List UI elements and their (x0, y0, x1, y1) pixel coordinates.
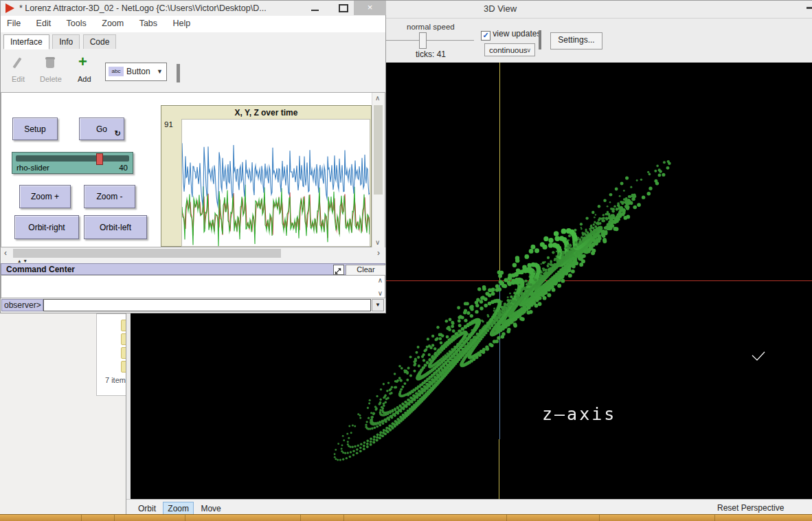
slider-value: 40 (119, 164, 128, 172)
close-icon[interactable]: × (354, 1, 386, 15)
plot-area (181, 119, 370, 247)
toolbar-separator (539, 30, 541, 49)
orbit-right-button[interactable]: Orbit-right (14, 215, 79, 239)
menu-tools[interactable]: Tools (60, 16, 93, 28)
taskbar-divider (343, 515, 344, 521)
scroll-up-icon[interactable]: ∧ (375, 94, 380, 102)
scroll-left-icon[interactable]: ‹ (4, 248, 7, 258)
taskbar[interactable] (0, 514, 812, 521)
taskbar-divider (599, 515, 600, 521)
taskbar-divider (185, 515, 185, 521)
menu-zoom[interactable]: Zoom (95, 16, 130, 28)
mode-zoom[interactable]: Zoom (163, 502, 194, 516)
tab-code[interactable]: Code (83, 34, 117, 49)
reset-perspective-button[interactable]: Reset Perspective (717, 503, 784, 513)
mode-orbit[interactable]: Orbit (133, 502, 161, 516)
netlogo-window: * Lorenz Attractor-3D_02 - NetLogo {C:\U… (0, 0, 386, 313)
clear-button[interactable]: Clear (346, 265, 386, 276)
widget-type-dropdown[interactable]: abc Button ▼ (105, 63, 167, 81)
add-button[interactable]: Add (78, 75, 91, 83)
desktop: 7 items 3D View normal speed ticks: 41 ✓… (0, 0, 812, 521)
view-updates-label: view updates (493, 29, 541, 38)
rho-slider[interactable]: rho-slider 40 (12, 152, 133, 174)
menu-file[interactable]: File (1, 16, 27, 28)
delete-button[interactable]: Delete (40, 75, 62, 83)
taskbar-divider (714, 515, 715, 521)
z-axis-label: z—axis (542, 404, 616, 424)
command-center-header: Command Center Clear (1, 263, 385, 275)
go-button[interactable]: Go ↻ (79, 118, 124, 140)
interface-vertical-scrollbar[interactable]: ∧ ∨ (372, 93, 385, 247)
tab-interface[interactable]: Interface (3, 34, 49, 49)
update-mode-dropdown[interactable]: continuous ∨ (484, 43, 535, 56)
scroll-down-icon[interactable]: ∨ (378, 289, 383, 297)
scroll-up-icon[interactable]: ∧ (378, 276, 383, 284)
forever-icon: ↻ (115, 129, 121, 138)
speed-label: normal speed (407, 23, 455, 31)
plot-canvas (182, 120, 370, 246)
command-output-area[interactable]: ∧ ∨ (1, 275, 385, 298)
edit-pencil-icon (12, 57, 21, 68)
tab-bar: Interface Info Code (1, 32, 385, 50)
menu-help[interactable]: Help (167, 16, 197, 28)
delete-trash-icon-body (46, 59, 54, 68)
toolbar-separator (177, 64, 180, 82)
observer-prompt-label: observer> (1, 299, 43, 311)
scrollbar-thumb[interactable] (13, 249, 281, 258)
setup-button[interactable]: Setup (12, 118, 58, 140)
abc-widget-icon: abc (109, 67, 124, 76)
history-dropdown-button[interactable]: ▼ (372, 299, 384, 311)
zoom-out-button[interactable]: Zoom - (84, 185, 135, 208)
update-mode-value: continuous (489, 46, 528, 54)
edit-button[interactable]: Edit (12, 75, 25, 83)
interface-toolbar: Edit Delete + Add abc Button ▼ (1, 49, 385, 92)
menu-tabs[interactable]: Tabs (133, 16, 163, 28)
plot-widget: X, Y, Z over time 91 (161, 105, 372, 247)
command-input-row: observer> ▼ (1, 299, 385, 312)
view-updates-checkbox[interactable]: ✓ (481, 31, 490, 41)
zoom-in-button[interactable]: Zoom + (19, 185, 71, 208)
menu-edit[interactable]: Edit (30, 16, 58, 28)
taskbar-divider (114, 515, 115, 521)
taskbar-divider (300, 515, 301, 521)
netlogo-titlebar[interactable]: * Lorenz Attractor-3D_02 - NetLogo {C:\U… (1, 1, 385, 16)
ticks-counter: ticks: 41 (416, 49, 446, 59)
settings-button[interactable]: Settings... (550, 32, 602, 49)
plot-ymax-label: 91 (164, 120, 173, 129)
slider-handle[interactable] (96, 153, 103, 165)
speed-slider-handle[interactable] (419, 32, 427, 49)
splitter-handle[interactable]: ▲▼ (17, 258, 29, 263)
add-plus-icon: + (78, 53, 87, 71)
command-center-title: Command Center (6, 265, 75, 274)
window-title: * Lorenz Attractor-3D_02 - NetLogo {C:\U… (19, 3, 267, 13)
go-button-label: Go (96, 124, 107, 134)
scrollbar-thumb[interactable] (374, 105, 383, 195)
mode-tabs: Orbit Zoom Move (133, 500, 226, 516)
mode-move[interactable]: Move (196, 502, 225, 516)
minimize-icon[interactable] (311, 10, 319, 11)
tab-info[interactable]: Info (52, 34, 80, 49)
menu-bar: File Edit Tools Zoom Tabs Help (1, 16, 385, 33)
minimize-icon[interactable] (807, 7, 812, 9)
command-input[interactable] (43, 299, 371, 311)
3d-view-bottom-bar: Orbit Zoom Move Reset Perspective (126, 499, 812, 516)
slider-groove[interactable] (16, 155, 129, 162)
scroll-right-icon[interactable]: › (377, 248, 380, 258)
scroll-down-icon[interactable]: ∨ (375, 239, 380, 246)
expand-icon[interactable] (333, 265, 344, 275)
chevron-down-icon: ∨ (526, 44, 531, 56)
slider-name: rho-slider (16, 164, 49, 172)
maximize-icon[interactable] (339, 4, 348, 12)
chevron-down-icon: ▼ (157, 68, 163, 75)
interface-horizontal-scrollbar[interactable]: ‹ › (1, 247, 385, 259)
netlogo-logo-icon (5, 3, 14, 13)
view-updates-group: ✓ view updates (481, 29, 541, 41)
taskbar-divider (81, 515, 82, 521)
plot-title: X, Y, Z over time (161, 108, 371, 118)
taskbar-divider (506, 515, 507, 521)
widget-type-value: Button (126, 67, 150, 76)
orbit-left-button[interactable]: Orbit-left (84, 215, 147, 239)
